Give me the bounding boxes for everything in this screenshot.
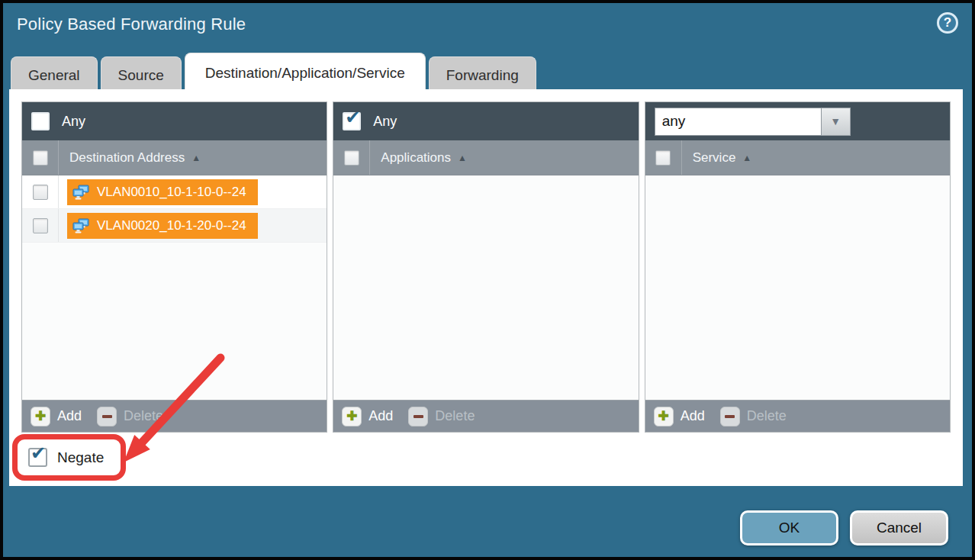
address-object-label: VLAN0020_10-1-20-0--24 <box>97 218 246 233</box>
plus-icon: ✚ <box>342 407 362 426</box>
destination-column-label: Destination Address <box>69 150 185 166</box>
negate-checkbox[interactable]: ✔ <box>28 448 47 467</box>
service-dropdown-bar: any ▼ <box>645 102 950 140</box>
destination-column-header[interactable]: ✔ Destination Address ▲ <box>22 140 327 175</box>
delete-button[interactable]: Delete <box>97 407 163 426</box>
address-object-chip[interactable]: VLAN0010_10-1-10-0--24 <box>67 179 258 205</box>
page-title: Policy Based Forwarding Rule <box>17 14 246 34</box>
table-row: ✔ <box>22 175 327 209</box>
applications-column-header[interactable]: ✔ Applications ▲ <box>333 140 638 175</box>
tab-content: ✔ Any ✔ Destination Address ▲ ✔ <box>9 89 963 486</box>
destination-select-all-checkbox[interactable]: ✔ <box>33 150 48 166</box>
ok-button[interactable]: OK <box>740 510 838 546</box>
help-icon[interactable]: ? <box>937 12 958 34</box>
network-address-icon <box>72 218 91 233</box>
row-checkbox[interactable]: ✔ <box>33 185 48 200</box>
delete-button-label: Delete <box>124 408 163 424</box>
applications-select-all-checkbox[interactable]: ✔ <box>344 150 359 166</box>
delete-button[interactable]: Delete <box>720 407 787 426</box>
panels-row: ✔ Any ✔ Destination Address ▲ ✔ <box>9 89 963 433</box>
chevron-down-icon[interactable]: ▼ <box>822 108 851 136</box>
service-dropdown[interactable]: any ▼ <box>655 108 851 136</box>
tab-bar: General Source Destination/Application/S… <box>11 53 536 93</box>
destination-any-checkbox[interactable]: ✔ <box>31 112 50 130</box>
cancel-button[interactable]: Cancel <box>850 510 948 546</box>
minus-icon <box>97 407 117 426</box>
destination-any-label: Any <box>62 114 85 130</box>
add-button[interactable]: ✚ Add <box>31 407 82 426</box>
sort-asc-icon: ▲ <box>191 153 201 163</box>
destination-list: ✔ <box>22 175 327 400</box>
select-all-cell: ✔ <box>22 140 59 175</box>
tab-general[interactable]: General <box>11 56 98 93</box>
add-button-label: Add <box>57 408 82 424</box>
applications-list <box>333 175 638 400</box>
address-object-label: VLAN0010_10-1-10-0--24 <box>97 185 246 200</box>
applications-any-checkbox[interactable]: ✔ <box>343 112 361 130</box>
minus-icon <box>720 407 740 426</box>
tab-source[interactable]: Source <box>101 56 182 93</box>
row-checkbox[interactable]: ✔ <box>33 218 48 233</box>
add-button[interactable]: ✚ Add <box>342 407 393 426</box>
applications-any-bar: ✔ Any <box>333 102 638 140</box>
service-toolbar: ✚ Add Delete <box>645 400 950 432</box>
add-button-label: Add <box>368 408 393 424</box>
negate-highlight-box: ✔ Negate <box>12 434 126 481</box>
sort-asc-icon: ▲ <box>742 153 751 163</box>
applications-toolbar: ✚ Add Delete <box>333 400 638 432</box>
address-object-chip[interactable]: VLAN0020_10-1-20-0--24 <box>67 213 258 239</box>
negate-row: ✔ Negate <box>12 434 126 481</box>
select-all-cell: ✔ <box>333 140 370 175</box>
service-column-header[interactable]: ✔ Service ▲ <box>645 140 950 175</box>
service-dropdown-value: any <box>655 108 822 136</box>
dialog-background: Policy Based Forwarding Rule ? General S… <box>3 3 972 557</box>
service-list <box>645 175 950 400</box>
destination-any-bar: ✔ Any <box>22 102 327 140</box>
minus-icon <box>408 407 428 426</box>
tab-forwarding[interactable]: Forwarding <box>429 56 536 93</box>
row-checkbox-cell: ✔ <box>22 175 59 208</box>
service-select-all-checkbox[interactable]: ✔ <box>655 150 671 166</box>
destination-panel: ✔ Any ✔ Destination Address ▲ ✔ <box>21 101 327 433</box>
delete-button-label: Delete <box>435 408 475 424</box>
negate-label: Negate <box>57 449 104 466</box>
plus-icon: ✚ <box>654 407 674 426</box>
delete-button-label: Delete <box>747 408 787 424</box>
applications-column-label: Applications <box>381 150 451 166</box>
row-checkbox-cell: ✔ <box>22 209 59 242</box>
service-column-label: Service <box>693 150 736 166</box>
delete-button[interactable]: Delete <box>408 407 475 426</box>
table-row: ✔ <box>22 209 327 243</box>
add-button-label: Add <box>681 408 705 424</box>
applications-any-label: Any <box>373 114 397 130</box>
add-button[interactable]: ✚ Add <box>654 407 705 426</box>
applications-panel: ✔ Any ✔ Applications ▲ ✚ Add <box>333 101 639 433</box>
sort-asc-icon: ▲ <box>458 153 467 163</box>
destination-toolbar: ✚ Add Delete <box>22 400 327 432</box>
network-address-icon <box>72 185 91 200</box>
select-all-cell: ✔ <box>645 140 682 175</box>
tab-destination-application-service[interactable]: Destination/Application/Service <box>185 53 426 93</box>
pbf-rule-dialog: Policy Based Forwarding Rule ? General S… <box>0 0 975 560</box>
check-icon: ✔ <box>31 444 46 462</box>
check-icon: ✔ <box>345 108 360 127</box>
service-panel: any ▼ ✔ Service ▲ ✚ <box>645 101 951 433</box>
plus-icon: ✚ <box>31 407 50 426</box>
